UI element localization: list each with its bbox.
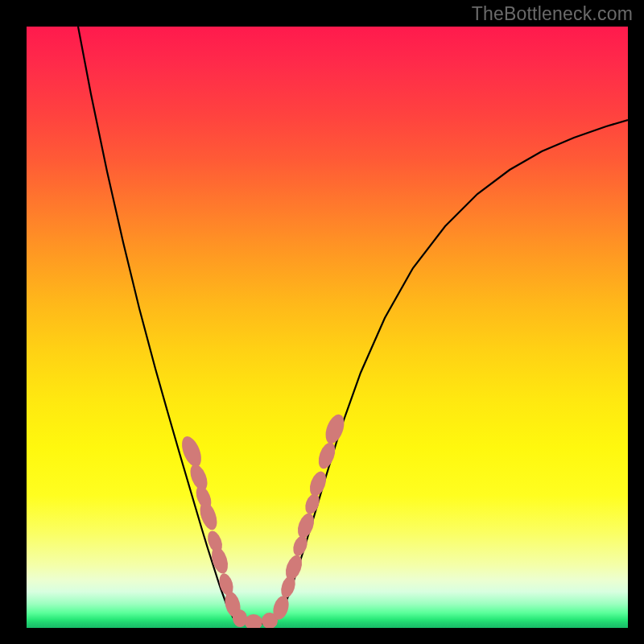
curve-right-branch [278, 120, 628, 618]
bead-right-8 [322, 412, 348, 447]
bottleneck-curve-svg [27, 27, 628, 628]
bead-floor-1 [245, 614, 262, 628]
bead-left-3 [196, 500, 220, 532]
watermark-text: TheBottleneck.com [472, 3, 633, 25]
curve-left-branch [78, 27, 233, 618]
plot-area [27, 27, 628, 628]
bead-right-5 [303, 492, 322, 516]
chart-frame: TheBottleneck.com [0, 0, 644, 644]
bead-markers [178, 412, 348, 628]
bead-right-6 [307, 469, 329, 498]
